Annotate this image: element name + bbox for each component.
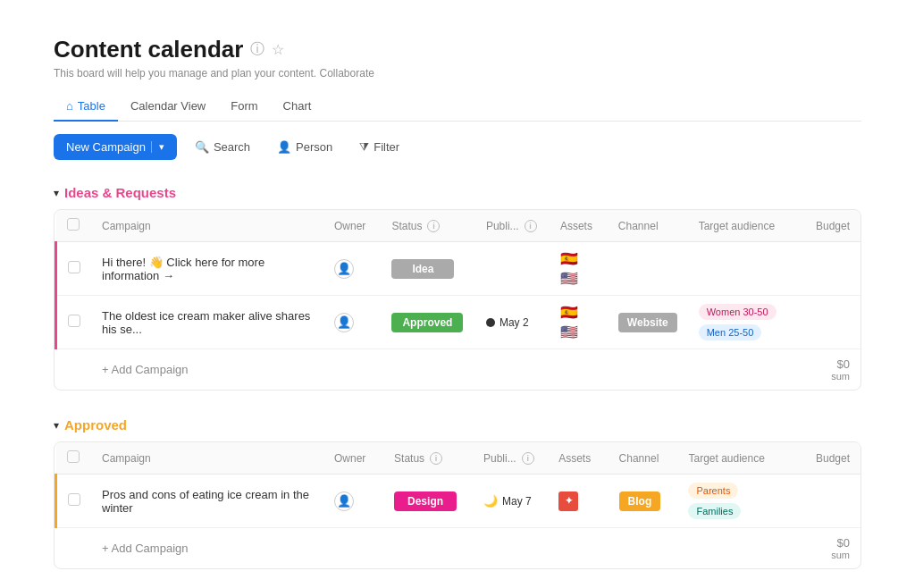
col-status-approved: Status xyxy=(394,452,424,465)
row-checkbox[interactable] xyxy=(68,261,80,273)
tab-calendar-label: Calendar View xyxy=(130,99,206,113)
approved-table-wrap: Campaign Owner Status i Publi... i xyxy=(54,441,861,569)
avatar: 👤 xyxy=(334,313,354,332)
campaign-text: Pros and cons of eating ice cream in the… xyxy=(102,488,313,515)
tab-form[interactable]: Form xyxy=(218,92,270,122)
channel-badge: Blog xyxy=(619,491,661,511)
row-checkbox[interactable] xyxy=(68,315,80,327)
section-ideas: ▾ Ideas & Requests Campaign Owner Status… xyxy=(54,185,861,391)
audience-tag: Parents xyxy=(688,483,738,499)
ideas-table-wrap: Campaign Owner Status i Publi... i xyxy=(54,209,861,391)
new-campaign-button[interactable]: New Campaign ▾ xyxy=(54,134,177,160)
channel-badge: Website xyxy=(618,313,677,332)
flag-icon: 🇪🇸 xyxy=(560,250,578,267)
publi-date: May 2 xyxy=(499,316,529,329)
publi-info-icon-2: i xyxy=(522,452,534,465)
asset-flags: 🇪🇸 🇺🇸 xyxy=(560,250,597,287)
info-icon[interactable]: ⓘ xyxy=(250,40,264,59)
audience-tag: Families xyxy=(688,503,741,519)
status-badge: Idea xyxy=(391,259,454,279)
add-campaign-label[interactable]: + Add Campaign xyxy=(102,363,188,376)
table-row: Hi there! 👋 Click here for more informat… xyxy=(56,242,861,296)
col-status-ideas: Status xyxy=(391,220,422,232)
status-badge: Approved xyxy=(391,313,463,332)
col-owner-approved: Owner xyxy=(334,452,365,465)
moon-icon: 🌙 xyxy=(483,494,498,508)
audience-tags: Women 30-50 Men 25-50 xyxy=(699,304,791,340)
table-tab-icon: ⌂ xyxy=(66,99,73,113)
chevron-down-icon: ▾ xyxy=(54,419,59,432)
campaign-text: The oldest ice cream maker alive shares … xyxy=(102,309,313,336)
tabs-bar: ⌂ Table Calendar View Form Chart xyxy=(54,92,861,122)
col-publi-approved: Publi... xyxy=(483,452,516,465)
star-icon[interactable]: ☆ xyxy=(272,41,284,58)
publi-dot-icon xyxy=(486,318,495,327)
filter-label: Filter xyxy=(374,140,399,154)
table-row: Pros and cons of eating ice cream in the… xyxy=(56,475,861,528)
toolbar: New Campaign ▾ 🔍 Search 👤 Person ⧩ Filte… xyxy=(54,134,861,160)
budget-sum: $0 sum xyxy=(802,349,861,391)
asset-icon: ✦ xyxy=(558,491,578,511)
publi-cell: 🌙 May 7 xyxy=(483,494,537,508)
asset-flags: ✦ xyxy=(558,491,597,511)
status-info-icon-2: i xyxy=(430,452,442,465)
select-all-checkbox-approved[interactable] xyxy=(67,450,80,463)
add-campaign-row[interactable]: + Add Campaign $0 sum xyxy=(56,528,861,569)
add-campaign-row[interactable]: + Add Campaign $0 sum xyxy=(56,349,861,391)
section-approved-title: Approved xyxy=(64,417,127,433)
col-channel-ideas: Channel xyxy=(618,220,659,232)
col-assets-ideas: Assets xyxy=(560,220,592,232)
tab-chart[interactable]: Chart xyxy=(271,92,324,122)
person-label: Person xyxy=(296,140,332,154)
col-publi-ideas: Publi... xyxy=(486,220,519,232)
person-icon: 👤 xyxy=(277,140,291,154)
section-approved-header[interactable]: ▾ Approved xyxy=(54,417,861,433)
filter-button[interactable]: ⧩ Filter xyxy=(350,135,408,160)
row-checkbox[interactable] xyxy=(68,493,80,506)
publi-cell: May 2 xyxy=(486,316,539,329)
col-audience-ideas: Target audience xyxy=(699,220,775,232)
col-assets-approved: Assets xyxy=(558,452,591,465)
person-button[interactable]: 👤 Person xyxy=(268,135,341,159)
col-budget-approved: Budget xyxy=(816,452,850,465)
tab-form-label: Form xyxy=(231,99,257,113)
select-all-checkbox-ideas[interactable] xyxy=(67,218,80,231)
status-info-icon: i xyxy=(427,220,440,232)
flag-icon: 🇺🇸 xyxy=(560,270,578,287)
chevron-down-icon: ▾ xyxy=(54,187,59,199)
col-owner-ideas: Owner xyxy=(334,220,365,232)
col-campaign-approved: Campaign xyxy=(102,452,151,465)
audience-tag: Women 30-50 xyxy=(699,304,776,320)
section-ideas-header[interactable]: ▾ Ideas & Requests xyxy=(54,185,861,200)
filter-icon: ⧩ xyxy=(359,140,369,155)
tab-chart-label: Chart xyxy=(283,99,312,113)
dropdown-arrow-icon: ▾ xyxy=(151,141,164,153)
status-badge: Design xyxy=(394,491,457,511)
col-audience-approved: Target audience xyxy=(688,452,764,465)
tab-table-label: Table xyxy=(78,99,105,113)
audience-tags: Parents Families xyxy=(688,483,788,519)
add-campaign-label[interactable]: + Add Campaign xyxy=(102,542,188,555)
avatar: 👤 xyxy=(334,259,354,279)
table-row: The oldest ice cream maker alive shares … xyxy=(56,296,861,349)
search-button[interactable]: 🔍 Search xyxy=(186,135,259,159)
audience-tag: Men 25-50 xyxy=(699,324,762,340)
section-ideas-title: Ideas & Requests xyxy=(64,185,176,200)
asset-flags: 🇪🇸 🇺🇸 xyxy=(560,304,597,340)
col-budget-ideas: Budget xyxy=(816,220,850,232)
publi-date: May 7 xyxy=(502,495,532,508)
budget-sum: $0 sum xyxy=(799,528,860,569)
ideas-table: Campaign Owner Status i Publi... i xyxy=(55,210,860,390)
search-icon: 🔍 xyxy=(195,140,209,154)
new-campaign-label: New Campaign xyxy=(66,140,146,154)
tab-calendar[interactable]: Calendar View xyxy=(118,92,218,122)
search-label: Search xyxy=(214,140,250,154)
campaign-text: Hi there! 👋 Click here for more informat… xyxy=(102,256,313,282)
flag-icon: 🇺🇸 xyxy=(560,323,578,340)
col-campaign-ideas: Campaign xyxy=(102,220,151,232)
section-approved: ▾ Approved Campaign Owner Status i xyxy=(54,417,861,569)
tab-table[interactable]: ⌂ Table xyxy=(54,92,118,122)
publi-info-icon: i xyxy=(525,220,537,232)
page-title: Content calendar xyxy=(54,36,243,63)
page-header: Content calendar ⓘ ☆ This board will hel… xyxy=(54,36,861,80)
